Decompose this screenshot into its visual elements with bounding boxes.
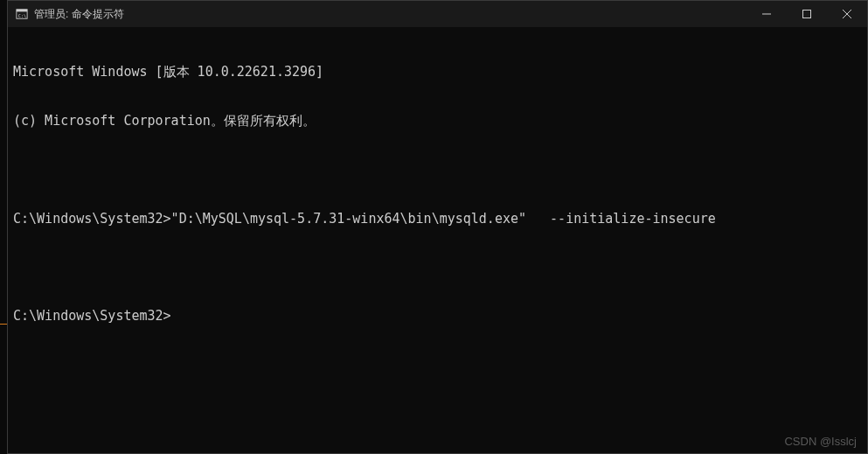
watermark: CSDN @Isslcj — [784, 435, 857, 448]
terminal-window: C:\ 管理员: 命令提示符 Microsoft — [7, 0, 868, 454]
close-icon — [843, 10, 851, 18]
svg-rect-4 — [803, 10, 811, 18]
left-edge-decoration — [0, 324, 7, 350]
terminal-prompt: C:\Windows\System32> — [13, 308, 862, 325]
terminal-line: (c) Microsoft Corporation。保留所有权利。 — [13, 113, 862, 129]
minimize-icon — [762, 10, 771, 18]
terminal-output[interactable]: Microsoft Windows [版本 10.0.22621.3296] (… — [8, 27, 867, 453]
terminal-line — [13, 260, 862, 276]
minimize-button[interactable] — [746, 1, 787, 27]
window-controls — [746, 1, 867, 27]
close-button[interactable] — [827, 1, 867, 27]
window-title: 管理员: 命令提示符 — [34, 7, 746, 22]
svg-text:C:\: C:\ — [18, 13, 26, 18]
cmd-icon: C:\ — [15, 7, 29, 21]
maximize-icon — [802, 10, 811, 18]
maximize-button[interactable] — [787, 1, 827, 27]
titlebar[interactable]: C:\ 管理员: 命令提示符 — [8, 1, 867, 27]
terminal-line: C:\Windows\System32>"D:\MySQL\mysql-5.7.… — [13, 211, 862, 227]
svg-rect-1 — [17, 10, 27, 12]
terminal-line — [13, 162, 862, 178]
terminal-line: Microsoft Windows [版本 10.0.22621.3296] — [13, 64, 862, 80]
